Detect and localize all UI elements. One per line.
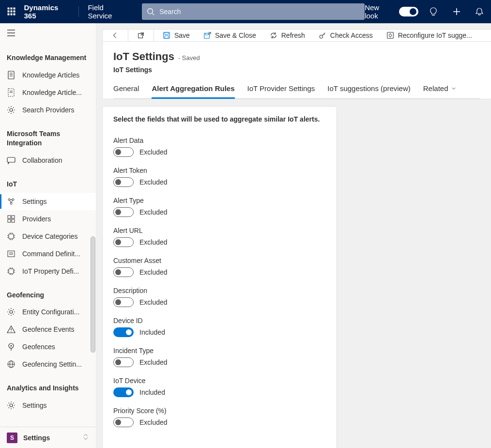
save-button[interactable]: Save: [157, 30, 196, 41]
tab-general[interactable]: General: [113, 84, 139, 98]
sidebar-item-geofence-events[interactable]: Geofence Events: [0, 321, 96, 338]
sidebar-group-header: Knowledge Management: [0, 43, 96, 66]
field-label: Customer Asset: [113, 257, 326, 264]
field-label: IoT Device: [113, 377, 326, 385]
divider: [128, 30, 128, 41]
back-button[interactable]: [106, 30, 125, 41]
sidebar-item-entity-configurations[interactable]: Entity Configurati...: [0, 303, 96, 321]
field-alert-url: Alert URL Excluded: [113, 227, 326, 247]
sidebar-item-label: Providers: [22, 215, 51, 223]
refresh-button[interactable]: Refresh: [264, 30, 311, 41]
field-label: Alert Data: [113, 137, 326, 144]
sitemap-label: Settings: [23, 434, 50, 442]
field-toggle[interactable]: [113, 237, 134, 247]
sidebar-item-label: Command Definit...: [22, 250, 80, 258]
sidebar-item-label: Knowledge Article...: [22, 89, 82, 96]
field-label: Priority Score (%): [113, 407, 326, 415]
tab-label: IoT suggestions (preview): [327, 84, 410, 93]
page-header: IoT Settings - Saved IoT Settings Genera…: [102, 42, 491, 99]
sidebar-group-header: IoT: [0, 169, 96, 193]
field-state: Excluded: [139, 148, 168, 156]
divider: [153, 30, 154, 41]
field-toggle[interactable]: [113, 327, 134, 337]
field-priority-score: Priority Score (%) Excluded: [113, 407, 326, 427]
field-toggle[interactable]: [113, 297, 134, 307]
sidebar-item-label: Settings: [22, 198, 47, 205]
open-in-new-button[interactable]: [131, 30, 151, 41]
sidebar-item-search-providers[interactable]: Search Providers: [0, 101, 96, 119]
field-toggle[interactable]: [113, 357, 134, 367]
grid-icon: [7, 215, 15, 223]
tab-related[interactable]: Related: [423, 84, 457, 98]
app-launcher-icon[interactable]: [0, 0, 23, 23]
brand-label[interactable]: Dynamics 365: [23, 3, 78, 20]
field-state: Excluded: [139, 358, 168, 366]
field-toggle[interactable]: [113, 147, 134, 157]
chevron-updown-icon: [82, 433, 89, 443]
sidebar-item-settings[interactable]: Settings: [0, 193, 96, 210]
field-label: Description: [113, 287, 326, 294]
sidebar-item-label: Geofencing Settin...: [22, 360, 82, 368]
search-input[interactable]: [158, 7, 360, 16]
sidebar-item-label: Geofence Events: [22, 325, 74, 333]
tab-label: IoT Provider Settings: [247, 84, 315, 93]
alert-icon: [7, 325, 15, 334]
reconfigure-iot-button[interactable]: Reconfigure IoT sugge...: [381, 30, 478, 41]
sidebar-item-collaboration[interactable]: Collaboration: [0, 152, 96, 169]
field-toggle[interactable]: [113, 177, 134, 187]
notifications-icon[interactable]: [468, 0, 491, 23]
save-close-button[interactable]: Save & Close: [198, 30, 262, 41]
sidebar-item-label: IoT Property Defi...: [22, 267, 79, 275]
sidebar-group-header: Microsoft Teams Integration: [0, 119, 96, 152]
sidebar-item-knowledge-articles[interactable]: Knowledge Articles: [0, 66, 96, 84]
field-description: Description Excluded: [113, 287, 326, 307]
sidebar-item-label: Settings: [22, 402, 47, 409]
sidebar-item-iot-property-definitions[interactable]: IoT Property Defi...: [0, 263, 96, 280]
field-state: Excluded: [139, 178, 168, 186]
tab-iot-provider-settings[interactable]: IoT Provider Settings: [247, 84, 315, 98]
sidebar-scrollbar[interactable]: [90, 217, 96, 413]
aggregation-rules-card: Select the fields that will be used to a…: [102, 106, 337, 448]
field-toggle[interactable]: [113, 267, 134, 277]
sidebar-item-device-categories[interactable]: Device Categories: [0, 228, 96, 245]
sidebar-toggle[interactable]: [0, 23, 96, 43]
field-label: Incident Type: [113, 347, 326, 355]
field-toggle[interactable]: [113, 207, 134, 217]
field-alert-token: Alert Token Excluded: [113, 167, 326, 187]
topbar: Dynamics 365 Field Service New look: [0, 0, 491, 23]
check-access-button[interactable]: Check Access: [313, 30, 379, 41]
global-search[interactable]: [142, 3, 365, 20]
app-name[interactable]: Field Service: [79, 3, 138, 20]
tab-alert-aggregation-rules[interactable]: Alert Aggregation Rules: [152, 84, 234, 98]
new-look-toggle[interactable]: New look: [365, 3, 422, 20]
sidebar-item-geofences[interactable]: Geofences: [0, 338, 96, 355]
sidebar-item-geofencing-settings[interactable]: Geofencing Settin...: [0, 355, 96, 373]
sitemap-switcher[interactable]: S Settings: [0, 427, 96, 448]
sidebar-item-label: Search Providers: [22, 106, 74, 114]
sidebar-item-command-definitions[interactable]: Command Definit...: [0, 245, 96, 263]
chip-icon: [7, 232, 15, 241]
chat-icon: [7, 156, 15, 165]
gear-icon: [7, 308, 15, 316]
field-toggle[interactable]: [113, 417, 134, 427]
save-icon: [163, 31, 170, 39]
form-instruction: Select the fields that will be used to a…: [113, 115, 326, 123]
sidebar-item-knowledge-article-templates[interactable]: Knowledge Article...: [0, 84, 96, 101]
sidebar-item-label: Collaboration: [22, 156, 62, 164]
tab-iot-suggestions-preview[interactable]: IoT suggestions (preview): [327, 84, 410, 98]
field-toggle[interactable]: [113, 387, 134, 397]
sidebar-item-analytics-settings[interactable]: Settings: [0, 397, 96, 414]
lightbulb-icon[interactable]: [422, 0, 445, 23]
add-icon[interactable]: [445, 0, 468, 23]
field-incident-type: Incident Type Excluded: [113, 347, 326, 367]
search-icon: [147, 8, 154, 15]
field-state: Included: [139, 328, 165, 336]
field-alert-type: Alert Type Excluded: [113, 197, 326, 217]
field-label: Device ID: [113, 317, 326, 324]
sidebar-group-header: Analytics and Insights: [0, 373, 96, 397]
sidebar-item-providers[interactable]: Providers: [0, 210, 96, 228]
reconfigure-icon: [386, 31, 394, 39]
doc-icon: [7, 71, 15, 79]
sidebar-group-header: Geofencing: [0, 280, 96, 304]
doc-dashed-icon: [7, 88, 15, 97]
